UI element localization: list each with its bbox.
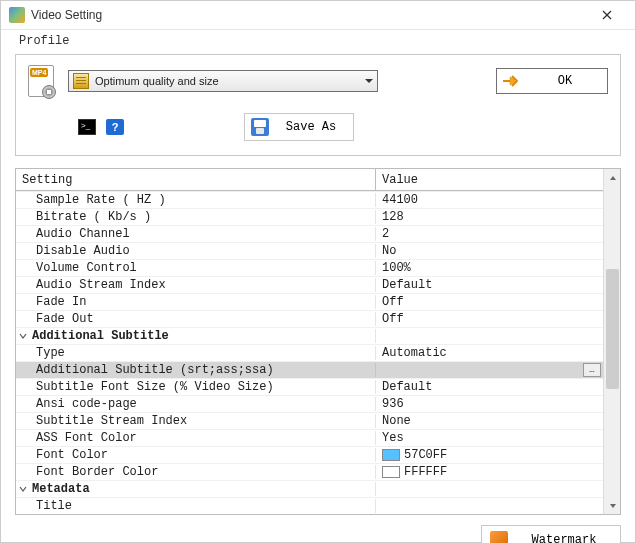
setting-label: Fade Out [36, 312, 94, 326]
save-as-button[interactable]: Save As [244, 113, 354, 141]
scroll-up-button[interactable] [604, 169, 621, 186]
value-cell[interactable]: FFFFFF [376, 465, 603, 479]
grid-row[interactable]: Subtitle Stream IndexNone [16, 412, 603, 429]
value-cell[interactable]: 128 [376, 210, 603, 224]
setting-cell: Subtitle Stream Index [16, 414, 376, 428]
setting-label: Fade In [36, 295, 86, 309]
setting-label: Type [36, 346, 65, 360]
window-title: Video Setting [31, 8, 587, 22]
setting-label: Subtitle Font Size (% Video Size) [36, 380, 274, 394]
watermark-button[interactable]: Watermark [481, 525, 621, 543]
grid-row[interactable]: ASS Font ColorYes [16, 429, 603, 446]
value-cell[interactable]: None [376, 414, 603, 428]
value-text: 57C0FF [404, 448, 447, 462]
grid-row[interactable]: Fade OutOff [16, 310, 603, 327]
setting-label: Ansi code-page [36, 397, 137, 411]
value-text: 936 [382, 397, 404, 411]
chevron-down-icon [365, 79, 373, 83]
value-cell[interactable]: 2 [376, 227, 603, 241]
grid-row[interactable]: Sample Rate ( HZ )44100 [16, 191, 603, 208]
setting-label: ASS Font Color [36, 431, 137, 445]
value-cell[interactable]: Automatic [376, 346, 603, 360]
grid-row[interactable]: Font Border ColorFFFFFF [16, 463, 603, 480]
value-text: Off [382, 295, 404, 309]
profile-dropdown-value: Optimum quality and size [95, 75, 365, 87]
value-text: Default [382, 380, 432, 394]
grid-row[interactable]: Subtitle Font Size (% Video Size)Default [16, 378, 603, 395]
value-text: Default [382, 278, 432, 292]
grid-row[interactable]: TypeAutomatic [16, 344, 603, 361]
setting-cell: Bitrate ( Kb/s ) [16, 210, 376, 224]
grid-group-row[interactable]: Additional Subtitle [16, 327, 603, 344]
browse-button[interactable]: … [583, 363, 601, 377]
setting-label: Title [36, 499, 72, 513]
setting-cell: Metadata [16, 482, 376, 496]
value-text: Automatic [382, 346, 447, 360]
setting-label: Volume Control [36, 261, 137, 275]
value-cell[interactable]: 100% [376, 261, 603, 275]
value-cell[interactable]: No [376, 244, 603, 258]
setting-cell: Audio Stream Index [16, 278, 376, 292]
help-icon[interactable]: ? [106, 119, 124, 135]
setting-label: Bitrate ( Kb/s ) [36, 210, 151, 224]
profile-section: MP4 Optimum quality and size OK [15, 54, 621, 156]
value-cell[interactable]: Off [376, 295, 603, 309]
collapse-icon[interactable] [18, 484, 28, 494]
grid-row[interactable]: Additional Subtitle (srt;ass;ssa)… [16, 361, 603, 378]
grid-row[interactable]: Disable AudioNo [16, 242, 603, 259]
value-text: Off [382, 312, 404, 326]
setting-label: Disable Audio [36, 244, 130, 258]
watermark-label: Watermark [508, 533, 620, 543]
close-button[interactable] [587, 1, 627, 29]
grid-row[interactable]: Audio Stream IndexDefault [16, 276, 603, 293]
vertical-scrollbar[interactable] [603, 169, 620, 514]
grid-row[interactable]: Ansi code-page936 [16, 395, 603, 412]
grid-row[interactable]: Volume Control100% [16, 259, 603, 276]
setting-cell: Fade Out [16, 312, 376, 326]
value-cell[interactable]: Default [376, 380, 603, 394]
setting-cell: Additional Subtitle (srt;ass;ssa) [16, 363, 376, 377]
header-setting: Setting [16, 169, 376, 190]
setting-label: Audio Channel [36, 227, 130, 241]
value-cell[interactable]: Yes [376, 431, 603, 445]
setting-label: Sample Rate ( HZ ) [36, 193, 166, 207]
value-cell[interactable]: Default [376, 278, 603, 292]
grid-row[interactable]: Audio Channel2 [16, 225, 603, 242]
value-cell[interactable]: 936 [376, 397, 603, 411]
grid-row[interactable]: Bitrate ( Kb/s )128 [16, 208, 603, 225]
scroll-down-button[interactable] [604, 497, 621, 514]
collapse-icon[interactable] [18, 331, 28, 341]
grid-row[interactable]: Title [16, 497, 603, 514]
value-cell[interactable]: 57C0FF [376, 448, 603, 462]
console-icon[interactable] [78, 119, 96, 135]
profile-label: Profile [19, 34, 621, 48]
mp4-file-icon: MP4 [28, 65, 54, 97]
value-text: No [382, 244, 396, 258]
setting-cell: Volume Control [16, 261, 376, 275]
watermark-icon [490, 531, 508, 543]
value-cell[interactable]: Off [376, 312, 603, 326]
setting-label: Font Border Color [36, 465, 158, 479]
setting-label: Additional Subtitle (srt;ass;ssa) [36, 363, 274, 377]
scroll-thumb[interactable] [606, 269, 619, 389]
setting-cell: Audio Channel [16, 227, 376, 241]
setting-label: Subtitle Stream Index [36, 414, 187, 428]
setting-cell: Subtitle Font Size (% Video Size) [16, 380, 376, 394]
ok-button[interactable]: OK [496, 68, 608, 94]
grid-row[interactable]: Font Color57C0FF [16, 446, 603, 463]
value-text: None [382, 414, 411, 428]
footer: Watermark [1, 525, 635, 543]
grid-row[interactable]: Fade InOff [16, 293, 603, 310]
value-cell[interactable]: … [376, 363, 603, 377]
setting-cell: Disable Audio [16, 244, 376, 258]
setting-cell: Title [16, 499, 376, 513]
setting-cell: Fade In [16, 295, 376, 309]
value-text: Yes [382, 431, 404, 445]
profile-dropdown[interactable]: Optimum quality and size [68, 70, 378, 92]
value-cell[interactable]: 44100 [376, 193, 603, 207]
value-text: FFFFFF [404, 465, 447, 479]
setting-cell: ASS Font Color [16, 431, 376, 445]
grid-group-row[interactable]: Metadata [16, 480, 603, 497]
save-as-label: Save As [269, 120, 353, 134]
color-swatch [382, 466, 400, 478]
